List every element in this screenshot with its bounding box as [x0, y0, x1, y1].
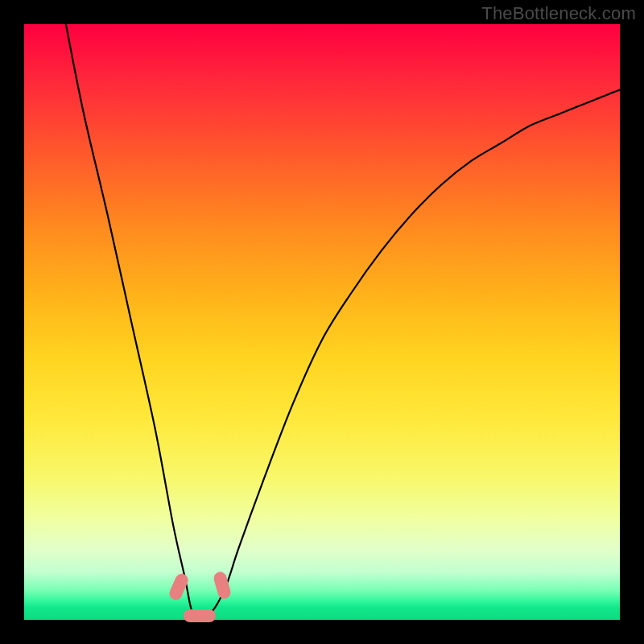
chart-stage: TheBottleneck.com — [0, 0, 644, 644]
bottleneck-curve — [66, 24, 620, 621]
attribution-text: TheBottleneck.com — [481, 3, 636, 24]
plot-area — [24, 24, 620, 620]
bottom-flat-marker — [184, 609, 216, 622]
curve-svg — [24, 24, 620, 620]
